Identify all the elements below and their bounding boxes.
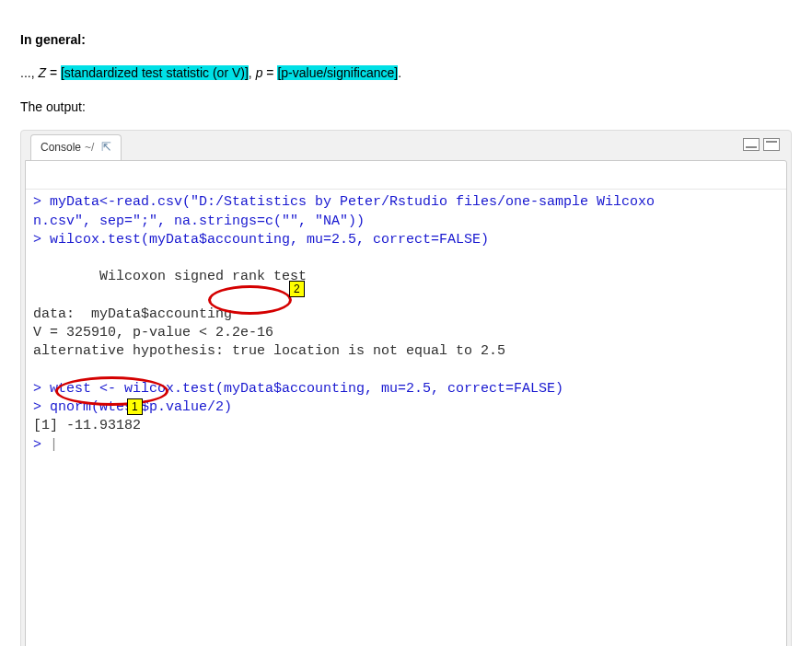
- console-tab-path: ~/: [85, 139, 94, 156]
- console-line: > wtest <- wilcox.test(myData$accounting…: [33, 381, 563, 397]
- format-line-general: ..., Z = [standardized test statistic (o…: [20, 63, 792, 83]
- var-z: Z: [38, 65, 46, 80]
- heading-output: The output:: [20, 97, 792, 117]
- heading-in-general: In general:: [20, 29, 792, 50]
- placeholder-z-statistic: [standardized test statistic (or V)]: [61, 65, 249, 80]
- text-comma: ,: [249, 65, 256, 80]
- popout-icon[interactable]: ⇱: [101, 138, 111, 157]
- console-line: [1] -11.93182: [33, 418, 141, 433]
- console-line: n.csv", sep=";", na.strings=c("", "NA")): [33, 213, 365, 229]
- text-period: .: [398, 65, 401, 80]
- window-controls: [743, 138, 780, 151]
- console-prompt: >: [33, 437, 50, 453]
- placeholder-p-value: [p-value/significance]: [277, 65, 398, 80]
- console-tab-label: Console: [41, 139, 81, 156]
- cursor-icon: |: [50, 437, 58, 453]
- console-tabbar: Console ~/ ⇱: [25, 134, 787, 160]
- annotation-label-2: 2: [289, 281, 305, 297]
- annotation-label-1: 1: [127, 398, 143, 415]
- document-body: In general: ..., Z = [standardized test …: [0, 0, 812, 646]
- console-divider: [26, 189, 786, 190]
- console-line: > wilcox.test(myData$accounting, mu=2.5,…: [33, 232, 489, 248]
- maximize-icon[interactable]: [763, 138, 780, 151]
- minimize-icon[interactable]: [743, 138, 760, 151]
- console-tab[interactable]: Console ~/ ⇱: [30, 134, 122, 160]
- console-line: Wilcoxon signed rank test: [33, 269, 307, 284]
- console-line: V = 325910, p-value < 2.2e-16: [33, 325, 273, 340]
- console-output[interactable]: > myData<-read.csv("D:/Statistics by Pet…: [25, 160, 787, 646]
- text-equals: =: [262, 65, 277, 80]
- console-line: data: myData$accounting: [33, 306, 232, 322]
- console-panel: Console ~/ ⇱ > myData<-read.csv("D:/Stat…: [20, 130, 792, 646]
- ellipsis: ...,: [20, 65, 38, 80]
- console-line: alternative hypothesis: true location is…: [33, 343, 505, 359]
- console-line: > myData<-read.csv("D:/Statistics by Pet…: [33, 194, 655, 210]
- text-equals: =: [46, 65, 61, 80]
